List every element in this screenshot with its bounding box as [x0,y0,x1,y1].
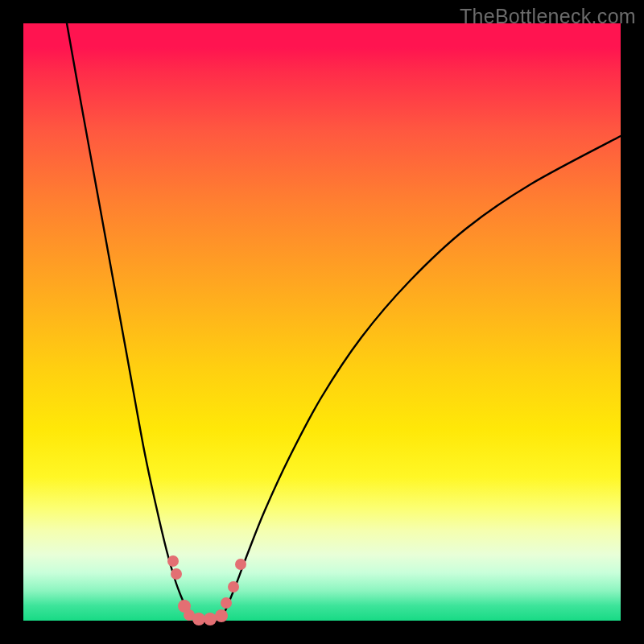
chart-frame: TheBottleneck.com [0,0,644,644]
curve-left [67,23,191,616]
data-marker [167,555,179,567]
data-marker [221,597,232,609]
data-marker [228,581,239,592]
chart-svg [23,23,621,621]
data-marker [192,613,205,625]
curve-right [223,136,621,616]
data-marker [171,568,182,580]
plot-area [23,23,621,621]
data-marker [235,559,246,570]
data-marker [204,613,217,625]
data-marker [215,609,228,622]
